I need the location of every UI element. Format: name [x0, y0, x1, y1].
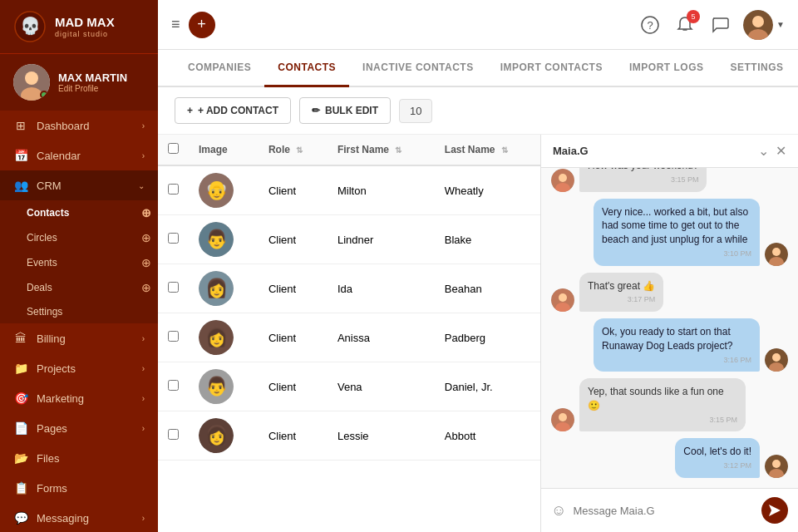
- sidebar-item-calendar[interactable]: 📅 Calendar ›: [0, 140, 158, 170]
- svg-marker-44: [769, 505, 781, 516]
- svg-text:👩: 👩: [205, 326, 229, 348]
- add-events-icon[interactable]: ⊕: [141, 256, 151, 269]
- sidebar-label-calendar: Calendar: [37, 150, 134, 162]
- chat-dropdown-arrow[interactable]: ⌄: [758, 143, 769, 159]
- chat-message: Cool, let's do it! 3:12 PM: [551, 438, 788, 477]
- row-checkbox[interactable]: [168, 380, 179, 391]
- sidebar-item-dashboard[interactable]: ⊞ Dashboard ›: [0, 111, 158, 140]
- tab-contacts[interactable]: CONTACTS: [264, 50, 349, 87]
- sidebar-item-contacts[interactable]: Contacts ⊕: [27, 200, 158, 225]
- chevron-right-icon: ›: [142, 151, 145, 160]
- row-checkbox[interactable]: [168, 184, 179, 195]
- table-row[interactable]: 👨 Client Lindner Blake: [158, 215, 540, 264]
- add-circles-icon[interactable]: ⊕: [141, 231, 151, 244]
- contact-last-name: Blake: [435, 215, 540, 264]
- row-checkbox[interactable]: [168, 331, 179, 342]
- help-icon-button[interactable]: ?: [638, 13, 662, 37]
- chat-close-icon[interactable]: ✕: [776, 143, 786, 159]
- svg-point-33: [559, 293, 567, 302]
- main-area: ≡ + ? 5: [158, 0, 798, 532]
- contact-role: Client: [259, 313, 328, 362]
- message-avatar: [551, 288, 574, 312]
- sidebar-item-settings[interactable]: Settings: [27, 300, 158, 323]
- sidebar-item-crm[interactable]: 👥 CRM ⌄: [0, 170, 158, 200]
- sidebar-item-circles[interactable]: Circles ⊕: [27, 225, 158, 250]
- send-icon: [769, 505, 781, 516]
- tab-inactive-contacts[interactable]: INACTIVE CONTACTS: [349, 50, 487, 87]
- row-checkbox[interactable]: [168, 282, 179, 293]
- tab-settings[interactable]: SETTINGS: [717, 50, 796, 87]
- svg-text:💀: 💀: [20, 16, 41, 36]
- table-row[interactable]: 👩 Client Ida Beahan: [158, 264, 540, 313]
- tab-import-logs[interactable]: IMPORT LOGS: [616, 50, 717, 87]
- add-contact-button[interactable]: + + ADD CONTACT: [175, 97, 291, 124]
- svg-point-3: [25, 71, 38, 85]
- table-row[interactable]: 👩 Client Anissa Padberg: [158, 313, 540, 362]
- chevron-right-icon: ›: [142, 514, 145, 523]
- notifications-icon-button[interactable]: 5: [673, 13, 697, 37]
- svg-text:👩: 👩: [205, 424, 229, 446]
- sidebar-label-marketing: Marketing: [37, 392, 134, 405]
- tab-import-contacts[interactable]: IMPORT CONTACTS: [487, 50, 616, 87]
- sidebar-label-pages: Pages: [37, 422, 134, 435]
- sidebar-item-messaging[interactable]: 💬 Messaging ›: [0, 503, 158, 532]
- col-last-name[interactable]: Last Name ⇅: [435, 135, 540, 165]
- chat-message: Yep, that sounds like a fun one 🙂 3:15 P…: [551, 378, 788, 431]
- table-row[interactable]: 👨 Client Vena Daniel, Jr.: [158, 362, 540, 411]
- chat-message: Ok, you ready to start on that Runaway D…: [551, 318, 788, 372]
- bulk-edit-button[interactable]: ✏ BULK EDIT: [299, 97, 391, 124]
- sidebar-item-deals[interactable]: Deals ⊕: [27, 275, 158, 300]
- contact-avatar: 👴: [199, 173, 234, 208]
- contacts-toolbar: + + ADD CONTACT ✏ BULK EDIT 10: [158, 87, 798, 135]
- sidebar-item-events[interactable]: Events ⊕: [27, 250, 158, 275]
- sidebar-item-forms[interactable]: 📋 Forms: [0, 473, 158, 503]
- chat-panel: Maia.G ⌄ ✕ Yep, sure did... went for a l…: [540, 135, 798, 532]
- emoji-button[interactable]: ☺: [551, 502, 566, 520]
- marketing-icon: 🎯: [13, 392, 28, 405]
- chat-message-input[interactable]: [573, 505, 755, 517]
- svg-text:👴: 👴: [205, 179, 229, 201]
- col-first-name[interactable]: First Name ⇅: [328, 135, 435, 165]
- sidebar-item-marketing[interactable]: 🎯 Marketing ›: [0, 383, 158, 413]
- message-bubble: Cool, let's do it! 3:12 PM: [675, 438, 760, 477]
- add-button[interactable]: +: [189, 12, 215, 38]
- send-message-button[interactable]: [761, 497, 788, 524]
- svg-text:👨: 👨: [205, 375, 229, 397]
- hamburger-button[interactable]: ≡: [171, 16, 180, 33]
- table-row[interactable]: 👴 Client Milton Wheatly: [158, 165, 540, 215]
- billing-icon: 🏛: [13, 332, 28, 345]
- add-contacts-icon[interactable]: ⊕: [141, 206, 151, 219]
- contact-first-name: Lindner: [328, 215, 435, 264]
- sort-role-icon: ⇅: [296, 145, 303, 155]
- chat-input-row: ☺: [541, 488, 798, 532]
- row-checkbox[interactable]: [168, 233, 179, 244]
- user-menu-button[interactable]: ▼: [743, 10, 785, 40]
- table-row[interactable]: 👩 Client Lessie Abbott: [158, 411, 540, 461]
- help-icon: ?: [641, 16, 659, 34]
- chevron-right-icon: ›: [142, 121, 145, 131]
- select-all-checkbox[interactable]: [168, 143, 179, 154]
- forms-icon: 📋: [13, 481, 28, 495]
- message-bubble: Ok, you ready to start on that Runaway D…: [594, 318, 760, 372]
- sidebar-item-files[interactable]: 📂 Files: [0, 443, 158, 473]
- sidebar-item-billing[interactable]: 🏛 Billing ›: [0, 323, 158, 353]
- crm-submenu: Contacts ⊕ Circles ⊕ Events ⊕ Deals ⊕ Se…: [0, 200, 158, 323]
- sidebar-logo: 💀 MAD MAX digital studio: [0, 0, 158, 53]
- dashboard-icon: ⊞: [13, 119, 28, 132]
- svg-text:?: ?: [647, 19, 653, 32]
- chat-icon: [711, 16, 729, 34]
- contact-last-name: Abbott: [435, 411, 540, 461]
- chat-icon-button[interactable]: [708, 13, 732, 37]
- message-avatar: [765, 455, 788, 478]
- col-role[interactable]: Role ⇅: [259, 135, 328, 165]
- crm-section: 👥 CRM ⌄ Contacts ⊕ Circles ⊕ Events ⊕: [0, 170, 158, 323]
- sidebar-item-pages[interactable]: 📄 Pages ›: [0, 413, 158, 443]
- sidebar-user: MAX MARTIN Edit Profile: [0, 53, 158, 111]
- row-checkbox[interactable]: [168, 429, 179, 440]
- tab-companies[interactable]: COMPANIES: [175, 50, 264, 87]
- settings-label: Settings: [27, 306, 62, 318]
- contacts-label: Contacts: [27, 207, 69, 219]
- sidebar-item-projects[interactable]: 📁 Projects ›: [0, 353, 158, 383]
- edit-profile-link[interactable]: Edit Profile: [58, 84, 145, 93]
- add-deals-icon[interactable]: ⊕: [141, 281, 151, 294]
